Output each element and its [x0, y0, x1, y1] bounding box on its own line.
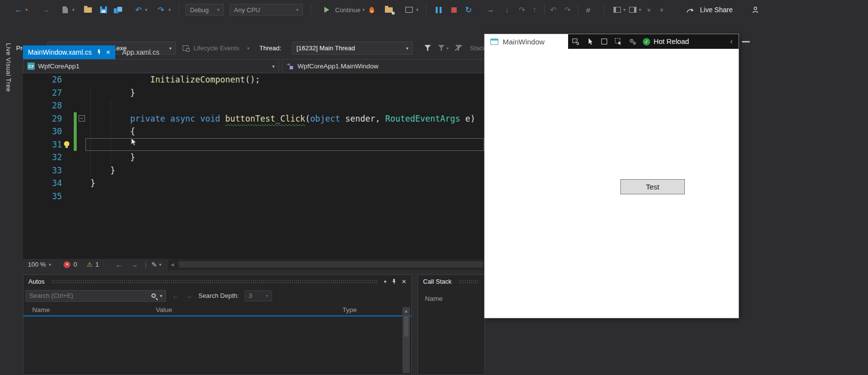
dock-panel-right-icon[interactable]: [629, 0, 636, 20]
continue-button-label[interactable]: Continue: [335, 0, 360, 20]
live-share-button[interactable]: Live Share: [686, 0, 733, 20]
navigate-backward-icon[interactable]: ←: [116, 260, 123, 269]
step-over-icon[interactable]: ↷: [519, 0, 525, 20]
redo-dropdown-caret[interactable]: ▾: [169, 0, 171, 20]
line-number[interactable]: 31: [23, 138, 62, 151]
navigate-back-dropdown-caret[interactable]: ▾: [25, 0, 28, 20]
show-next-statement-icon[interactable]: →: [487, 0, 494, 20]
code-line[interactable]: 28: [23, 99, 485, 112]
zoom-level[interactable]: 100 %: [28, 261, 46, 268]
code-line[interactable]: 26InitializeComponent();: [23, 73, 485, 86]
code-editor[interactable]: 26InitializeComponent();27}2829−private …: [23, 73, 485, 259]
go-to-live-visual-tree-icon[interactable]: [572, 38, 580, 45]
wpf-app-window[interactable]: MainWindow ✓ Hot Reload ‹ Test: [485, 34, 739, 318]
navigate-back-icon[interactable]: ←: [15, 0, 22, 20]
dock-panel-left-caret[interactable]: ▾: [623, 0, 626, 20]
tab-app-xaml-cs[interactable]: App.xaml.cs: [115, 45, 166, 59]
hot-reload-flame-icon[interactable]: [369, 0, 374, 20]
solution-platform-dropdown[interactable]: Any CPU ▾: [230, 4, 303, 16]
undo-icon[interactable]: ↶: [135, 0, 142, 20]
error-count[interactable]: 0: [73, 261, 77, 268]
scroll-up-arrow[interactable]: ▲: [402, 307, 410, 315]
autos-column-headers[interactable]: NameValueType: [23, 303, 411, 316]
quick-actions-lightbulb-icon[interactable]: [64, 141, 69, 146]
search-back-icon[interactable]: ←: [172, 292, 179, 300]
save-all-icon[interactable]: [114, 0, 122, 20]
autos-panel-header[interactable]: Autos ▾ ✕: [23, 275, 411, 288]
toolbar-collapse-chevron[interactable]: ‹: [730, 37, 735, 46]
restart-debugging-icon[interactable]: ↻: [465, 0, 472, 20]
code-line[interactable]: 35: [23, 190, 485, 203]
new-file-dropdown-caret[interactable]: ▾: [72, 0, 75, 20]
code-cleanup-icon[interactable]: #: [586, 0, 590, 20]
sidebar-item-live-visual-tree[interactable]: Live Visual Tree: [5, 43, 12, 92]
new-file-icon[interactable]: [63, 0, 68, 20]
pencil-caret[interactable]: ▾: [159, 262, 162, 267]
select-element-icon[interactable]: [586, 38, 594, 45]
save-icon[interactable]: [100, 0, 107, 20]
close-icon[interactable]: ✕: [106, 49, 110, 56]
scroll-left-arrow[interactable]: ◀: [170, 262, 174, 267]
settings-gears-icon[interactable]: [629, 38, 636, 45]
continue-dropdown-caret[interactable]: ▾: [362, 0, 365, 20]
project-dropdown[interactable]: C# WpfCoreApp1 ▾: [23, 59, 279, 73]
search-forward-icon[interactable]: →: [185, 292, 192, 300]
warning-icon[interactable]: ⚠: [87, 261, 93, 268]
close-icon[interactable]: ✕: [402, 278, 406, 285]
navigate-forward-icon[interactable]: →: [131, 260, 138, 269]
search-input[interactable]: Search (Ctrl+E) ▾: [25, 290, 166, 302]
autos-scrollbar[interactable]: ▲: [402, 307, 410, 373]
pin-icon[interactable]: [391, 279, 397, 285]
live-visual-tree-toolbar-icon[interactable]: [405, 0, 413, 20]
redo-icon[interactable]: ↷: [158, 0, 164, 20]
warning-count[interactable]: 1: [95, 261, 99, 268]
search-caret[interactable]: ▾: [160, 293, 162, 298]
pencil-icon[interactable]: ✎: [151, 261, 157, 269]
zoom-caret[interactable]: ▾: [49, 262, 51, 267]
horizontal-scrollbar[interactable]: ◀: [168, 259, 485, 270]
column-header-value[interactable]: Value: [156, 306, 172, 313]
code-line[interactable]: 33}: [23, 164, 485, 177]
redo-disabled-icon[interactable]: ↷: [564, 0, 571, 20]
code-line[interactable]: 30{: [23, 125, 485, 138]
window-position-caret[interactable]: ▾: [384, 279, 386, 284]
toolbar-overflow-icon-2[interactable]: »: [660, 0, 664, 20]
code-line[interactable]: 34}: [23, 177, 485, 190]
pin-icon[interactable]: [96, 49, 102, 55]
display-layout-adorners-icon[interactable]: [600, 38, 608, 45]
search-depth-dropdown[interactable]: 3 ▾: [245, 291, 272, 301]
callstack-panel-header[interactable]: Call Stack: [418, 275, 485, 288]
toolbar-overflow-icon[interactable]: »: [648, 0, 651, 20]
undo-dropdown-caret[interactable]: ▾: [145, 0, 148, 20]
hot-reload-label[interactable]: Hot Reload: [654, 38, 689, 45]
code-line[interactable]: 29−private async void buttonTest_Click(o…: [23, 112, 485, 125]
break-all-icon[interactable]: [436, 0, 442, 20]
tab-mainwindow-xaml-cs[interactable]: MainWindow.xaml.cs ✕: [23, 45, 115, 59]
test-button[interactable]: Test: [620, 179, 685, 194]
sign-in-user-icon[interactable]: [751, 0, 760, 20]
line-number[interactable]: 28: [23, 99, 62, 112]
undo-disabled-icon[interactable]: ↶: [550, 0, 556, 20]
column-header-type[interactable]: Type: [342, 306, 357, 313]
find-in-files-icon[interactable]: [385, 0, 393, 20]
code-line[interactable]: 27}: [23, 86, 485, 100]
search-icon[interactable]: [151, 293, 156, 298]
type-dropdown[interactable]: WpfCoreApp1.MainWindow: [282, 59, 485, 73]
scrollbar-thumb[interactable]: [404, 316, 408, 336]
line-number[interactable]: 35: [23, 190, 62, 203]
dock-panel-right-caret[interactable]: ▾: [639, 0, 641, 20]
column-header-name[interactable]: Name: [425, 295, 443, 302]
step-out-icon[interactable]: ↑: [532, 0, 536, 20]
stop-debugging-icon[interactable]: [451, 0, 457, 20]
track-focused-element-icon[interactable]: [614, 38, 622, 45]
open-folder-icon[interactable]: [84, 0, 92, 20]
column-header-name[interactable]: Name: [32, 306, 50, 313]
solution-configuration-dropdown[interactable]: Debug ▾: [186, 4, 224, 16]
callstack-column-headers[interactable]: Name: [418, 292, 485, 305]
continue-play-icon[interactable]: [324, 0, 329, 20]
panel-drag-grip[interactable]: [51, 280, 377, 284]
dock-panel-left-icon[interactable]: [614, 0, 621, 20]
error-icon[interactable]: ✕: [64, 261, 70, 268]
code-line[interactable]: 32}: [23, 151, 485, 164]
code-line[interactable]: 31: [23, 138, 485, 151]
